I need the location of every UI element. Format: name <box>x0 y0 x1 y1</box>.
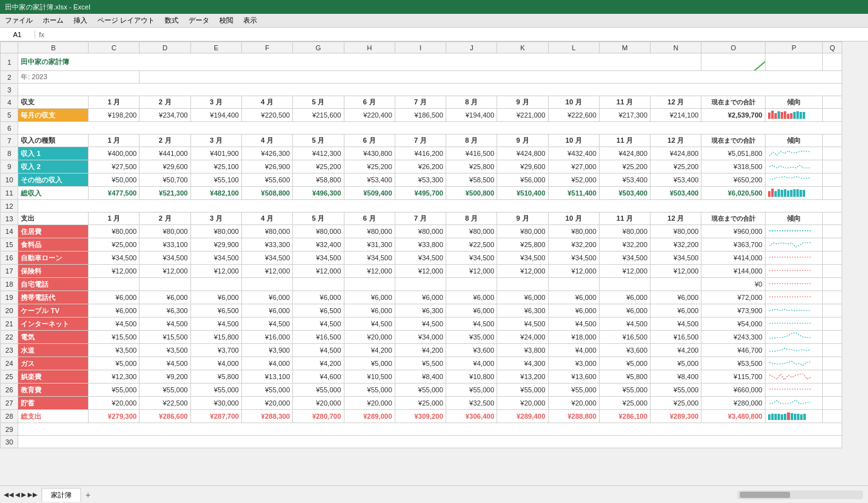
svg-rect-27 <box>796 189 799 197</box>
exp-header-mar: 3 月 <box>190 213 241 225</box>
ribbon-layout[interactable]: ページ レイアウト <box>97 16 155 25</box>
svg-rect-26 <box>793 189 796 197</box>
nav-first-icon[interactable]: ◀◀ <box>4 491 14 498</box>
header-jan: 1 月 <box>89 96 140 109</box>
exp-header-jan: 1 月 <box>89 213 140 225</box>
monthly-trend <box>765 109 822 122</box>
inc1-apr: ¥426,300 <box>241 147 292 160</box>
jit-total: ¥0 <box>701 278 766 291</box>
gas-feb: ¥4,500 <box>140 357 190 370</box>
jit-mar <box>190 278 241 291</box>
gor-sep: ¥13,200 <box>497 370 548 384</box>
sho-may: ¥32,400 <box>293 238 344 252</box>
cho-sparkline <box>768 398 812 407</box>
h-scrollbar[interactable] <box>737 490 863 499</box>
totexp-mar: ¥287,700 <box>190 410 241 423</box>
exp-header-aug: 8 月 <box>446 213 497 225</box>
ribbon-review[interactable]: 校閲 <box>219 16 233 25</box>
nav-last-icon[interactable]: ▶▶ <box>28 491 38 498</box>
rownum-9: 9 <box>1 160 18 174</box>
monthly-nov: ¥217,300 <box>599 109 650 122</box>
jit-apr <box>241 278 292 291</box>
inc1-total: ¥5,051,800 <box>701 147 766 160</box>
row-30: 30 <box>1 436 842 448</box>
inc-header-aug: 8 月 <box>446 135 497 147</box>
inc2-nov: ¥25,200 <box>599 160 650 174</box>
totinc-sep: ¥510,400 <box>497 187 548 200</box>
cho-oct: ¥20,000 <box>548 397 599 410</box>
income2-label: 収入 2 <box>18 160 89 174</box>
header-may: 5 月 <box>293 96 344 109</box>
den-dec: ¥16,500 <box>651 331 701 344</box>
svg-rect-20 <box>774 191 777 197</box>
ket-feb: ¥6,000 <box>140 291 190 304</box>
rownum-29: 29 <box>1 423 18 436</box>
totinc-jun: ¥509,400 <box>344 187 395 200</box>
ribbon-formulas[interactable]: 数式 <box>165 16 179 25</box>
tab-kakeibo[interactable]: 家計簿 <box>41 488 81 502</box>
gor-apr: ¥13,100 <box>241 370 292 384</box>
tab-add-button[interactable]: + <box>81 488 95 502</box>
totinc-sparkline <box>768 188 812 197</box>
inc-header-jun: 6 月 <box>344 135 395 147</box>
inc-header-oct: 10 月 <box>548 135 599 147</box>
sui-aug: ¥3,600 <box>446 344 497 357</box>
monthly-jul: ¥186,500 <box>395 109 446 122</box>
inc1-jul: ¥416,200 <box>395 147 446 160</box>
ribbon-data[interactable]: データ <box>189 16 209 25</box>
jitakudenwa-label: 自宅電話 <box>18 278 89 291</box>
sheet-nav-arrows[interactable]: ◀◀ ◀ ▶ ▶▶ <box>0 491 41 498</box>
ribbon[interactable]: ファイル ホーム 挿入 ページ レイアウト 数式 データ 校閲 表示 <box>0 14 868 28</box>
den-may: ¥16,500 <box>293 331 344 344</box>
row-16: 16 自動車ローン ¥34,500 ¥34,500 ¥34,500 ¥34,50… <box>1 252 842 265</box>
cell-3-rest <box>18 84 842 96</box>
totexp-sep: ¥289,400 <box>497 410 548 423</box>
nav-next-icon[interactable]: ▶ <box>21 491 26 498</box>
cell-ref: A1 <box>4 31 35 38</box>
svg-rect-24 <box>787 191 789 197</box>
gor-jun: ¥10,500 <box>344 370 395 384</box>
col-b-header: B <box>18 42 89 53</box>
gor-jan: ¥12,300 <box>89 370 140 384</box>
svg-rect-18 <box>768 191 771 197</box>
row-11: 11 総収入 ¥477,500 ¥521,300 ¥482,100 ¥508,8… <box>1 187 842 200</box>
ribbon-file[interactable]: ファイル <box>5 16 33 25</box>
goraku-label: 娯楽費 <box>18 370 89 384</box>
cab-sparkline <box>768 306 812 314</box>
cell-10-q <box>823 174 842 187</box>
cab-aug: ¥6,000 <box>446 304 497 318</box>
keitai-label: 携帯電話代 <box>18 291 89 304</box>
jid-trend <box>765 252 822 265</box>
rownum-4: 4 <box>1 96 18 109</box>
nav-prev-icon[interactable]: ◀ <box>15 491 20 498</box>
sho-oct: ¥32,200 <box>548 238 599 252</box>
spreadsheet-area[interactable]: B C D E F G H I J K L M N O P <box>0 41 868 485</box>
rownum-16: 16 <box>1 252 18 265</box>
cell-21-q <box>823 318 842 331</box>
jukyohi-label: 住居費 <box>18 225 89 238</box>
col-o-header: O <box>701 42 766 53</box>
cell-23-q <box>823 344 842 357</box>
hok-mar: ¥12,000 <box>190 265 241 278</box>
totexp-may: ¥280,700 <box>293 410 344 423</box>
cell-16-q <box>823 252 842 265</box>
int-dec: ¥4,500 <box>651 318 701 331</box>
cho-trend <box>765 397 822 410</box>
svg-rect-10 <box>781 112 783 119</box>
header-feb: 2 月 <box>140 96 190 109</box>
formula-bar: A1 fx <box>0 28 868 41</box>
ribbon-insert[interactable]: 挿入 <box>74 16 87 25</box>
rownum-22: 22 <box>1 331 18 344</box>
ket-trend <box>765 291 822 304</box>
header-mar: 3 月 <box>190 96 241 109</box>
main-grid[interactable]: B C D E F G H I J K L M N O P <box>0 41 868 485</box>
cho-aug: ¥32,500 <box>446 397 497 410</box>
rownum-12: 12 <box>1 200 18 213</box>
totexp-nov: ¥286,100 <box>599 410 650 423</box>
ribbon-view[interactable]: 表示 <box>243 16 257 25</box>
jidosha-label: 自動車ローン <box>18 252 89 265</box>
jid-feb: ¥34,500 <box>140 252 190 265</box>
den-trend <box>765 331 822 344</box>
ribbon-home[interactable]: ホーム <box>43 16 63 25</box>
h-scrollbar-thumb[interactable] <box>740 492 790 498</box>
